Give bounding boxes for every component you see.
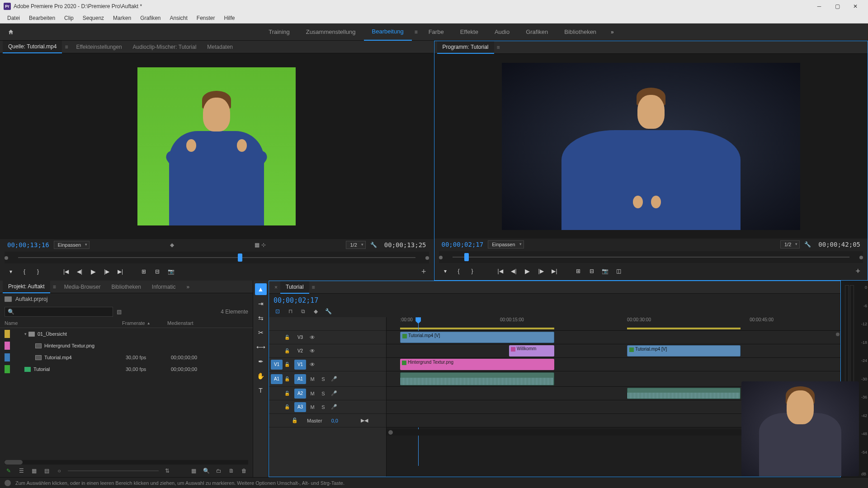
ripple-edit-tool-icon[interactable]: ⇆	[255, 312, 267, 324]
workspace-bearbeitung[interactable]: Bearbeitung	[364, 23, 412, 41]
track-header-a1[interactable]: A1 🔓 A1 M S 🎤	[269, 371, 386, 387]
program-zoom-select[interactable]: 1/2	[780, 240, 800, 249]
column-medienstart[interactable]: Medienstart	[167, 320, 248, 326]
clip-audio-a1[interactable]	[400, 372, 554, 385]
menu-hilfe[interactable]: Hilfe	[220, 15, 240, 21]
workspace-audio[interactable]: Audio	[486, 23, 518, 41]
drag-audio-only-icon[interactable]: ⊹	[261, 242, 266, 248]
step-forward-icon[interactable]: |▶	[100, 266, 113, 277]
program-go-to-in-icon[interactable]: |◀	[494, 266, 507, 277]
track-target-a1[interactable]: A1	[294, 374, 306, 384]
sort-icon[interactable]: ⇅	[163, 467, 171, 474]
track-header-v2[interactable]: 🔓 V2 👁	[269, 344, 386, 358]
timeline-close-icon[interactable]: ×	[272, 284, 280, 291]
mute-icon[interactable]: M	[308, 375, 317, 383]
new-item-icon[interactable]: 🗎	[227, 467, 236, 474]
track-target-v2[interactable]: V2	[294, 346, 306, 356]
track-select-tool-icon[interactable]: ⇥	[255, 298, 267, 310]
track-target-a2[interactable]: A2	[294, 389, 306, 399]
source-zoom-select[interactable]: 1/2	[346, 241, 365, 249]
add-marker-icon[interactable]: ▾	[5, 266, 17, 277]
program-go-to-out-icon[interactable]: ▶|	[548, 266, 561, 277]
go-to-in-icon[interactable]: |◀	[60, 266, 72, 277]
hand-tool-icon[interactable]: ✋	[255, 370, 267, 382]
timeline-settings-icon[interactable]: 🔧	[324, 307, 332, 315]
zoom-slider-handle-icon[interactable]: ○	[55, 467, 63, 474]
timeline-timecode[interactable]: 00;00;02;17	[274, 296, 318, 305]
filter-bin-icon[interactable]: ▧	[117, 309, 122, 315]
overwrite-icon[interactable]: ⊟	[151, 266, 164, 277]
clip-tutorial-v2[interactable]: Tutorial.mp4 [V]	[627, 345, 741, 357]
track-header-a2[interactable]: 🔓 A2 M S 🎤	[269, 387, 386, 400]
voiceover-icon[interactable]: 🎤	[330, 375, 339, 383]
lock-icon[interactable]: 🔓	[292, 418, 298, 423]
project-tab-overflow-icon[interactable]: »	[181, 281, 195, 293]
source-tab-quelle[interactable]: Quelle: Tutorial.mp4	[3, 41, 62, 53]
pen-tool-icon[interactable]: ✒	[255, 356, 267, 367]
column-framerate[interactable]: Framerate▲	[122, 320, 167, 326]
program-scrubber[interactable]	[439, 251, 863, 263]
track-v1[interactable]: Hintergrund Textur.png	[387, 358, 840, 371]
program-mark-in-icon[interactable]: {	[453, 266, 465, 277]
program-tab[interactable]: Programm: Tutorial	[437, 41, 494, 54]
source-fit-select[interactable]: Einpassen	[54, 241, 90, 249]
track-header-master[interactable]: 🔓 Master 0,0 ▶◀	[269, 414, 386, 427]
slip-tool-icon[interactable]: ⟷	[255, 341, 267, 353]
lock-icon[interactable]: 🔓	[284, 376, 292, 381]
menu-bearbeiten[interactable]: Bearbeiten	[24, 15, 60, 21]
source-scrubber[interactable]	[5, 252, 429, 263]
source-tab-effekteinstellungen[interactable]: Effekteinstellungen	[71, 41, 127, 53]
workspace-overflow-icon[interactable]: »	[604, 29, 620, 35]
type-tool-icon[interactable]: T	[255, 385, 267, 396]
project-row-video[interactable]: Tutorial.mp4 30,00 fps 00;00;00;00	[0, 352, 253, 363]
voiceover-icon[interactable]: 🎤	[330, 403, 339, 411]
track-header-v1[interactable]: V1 🔓 V1 👁	[269, 358, 386, 371]
toggle-output-icon[interactable]: 👁	[308, 361, 317, 369]
home-icon[interactable]	[5, 26, 17, 38]
workspace-grafiken[interactable]: Grafiken	[518, 23, 556, 41]
source-panel-menu-icon[interactable]: ≡	[62, 44, 71, 50]
track-target-a3[interactable]: A3	[294, 402, 306, 412]
clip-willkommen[interactable]: Willkomm	[509, 345, 554, 357]
track-v3[interactable]: Tutorial.mp4 [V]	[387, 331, 840, 344]
find-icon[interactable]: 🔍	[202, 467, 210, 474]
timeline-panel-menu-icon[interactable]: ≡	[309, 284, 318, 291]
track-v2[interactable]: Willkomm Tutorial.mp4 [V]	[387, 344, 840, 358]
export-frame-icon[interactable]: 📷	[165, 266, 177, 277]
program-timecode-current[interactable]: 00;00;02;17	[439, 241, 486, 248]
menu-marken[interactable]: Marken	[108, 15, 136, 21]
source-tab-metadaten[interactable]: Metadaten	[202, 41, 238, 53]
auto-match-seq-icon[interactable]: ▦	[189, 467, 198, 474]
program-button-editor-plus-icon[interactable]: +	[853, 267, 863, 276]
maximize-button[interactable]: ▢	[828, 0, 846, 13]
project-tab-bibliotheken[interactable]: Bibliotheken	[106, 281, 146, 293]
workspace-zusammenstellung[interactable]: Zusammenstellung	[298, 23, 364, 41]
lock-icon[interactable]: 🔓	[284, 404, 292, 409]
list-view-icon[interactable]: ☰	[17, 467, 25, 474]
timeline-ruler[interactable]: :00:00 00:00:15:00 00:00:30:00 00:00:45:…	[387, 317, 840, 331]
column-name[interactable]: Name	[5, 320, 122, 326]
menu-grafiken[interactable]: Grafiken	[136, 15, 165, 21]
menu-sequenz[interactable]: Sequenz	[78, 15, 108, 21]
program-mark-out-icon[interactable]: }	[466, 266, 479, 277]
add-marker-timeline-icon[interactable]: ◆	[311, 307, 320, 315]
project-hscroll[interactable]	[5, 460, 248, 465]
track-target-v3[interactable]: V3	[294, 333, 306, 343]
play-stop-icon[interactable]: ▶◀	[361, 418, 368, 423]
project-row-bin[interactable]: ▾ 01_Übersicht	[0, 328, 253, 340]
insert-icon[interactable]: ⊞	[137, 266, 150, 277]
mute-icon[interactable]: M	[308, 403, 317, 411]
workspace-training[interactable]: Training	[260, 23, 297, 41]
toggle-output-icon[interactable]: 👁	[308, 333, 317, 342]
marker-icon[interactable]: ◆	[170, 242, 174, 248]
new-bin-icon[interactable]: 🗀	[215, 467, 223, 474]
minimize-button[interactable]: ─	[810, 0, 828, 13]
extract-icon[interactable]: ⊟	[585, 266, 598, 277]
program-play-icon[interactable]: ▶	[521, 266, 534, 277]
project-search-input[interactable]: 🔍	[5, 307, 113, 317]
project-panel-menu-icon[interactable]: ≡	[50, 284, 59, 290]
program-wrench-icon[interactable]: 🔧	[802, 241, 814, 248]
button-editor-plus-icon[interactable]: +	[419, 267, 429, 277]
step-back-icon[interactable]: ◀|	[73, 266, 86, 277]
lock-icon[interactable]: 🔓	[284, 335, 292, 340]
